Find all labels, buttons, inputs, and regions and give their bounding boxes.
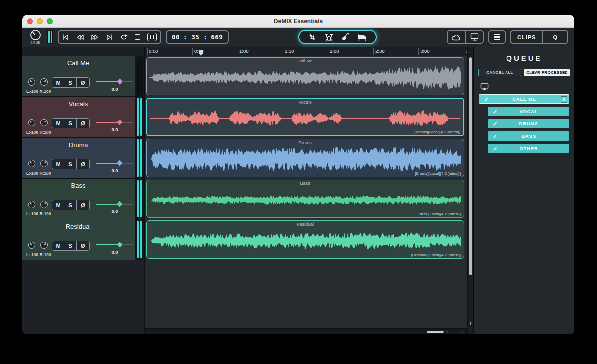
phase-button[interactable]: Ø [77, 241, 89, 250]
zoom-in-button[interactable]: + [445, 329, 448, 334]
queue-list: ✓CALL MEX✓VOCAL✓DRUMS✓BASS✓OTHER [474, 93, 574, 154]
track-header[interactable]: VocalsMSØ0.0L:-100 R:100 [22, 97, 144, 138]
track-name: Vocals [22, 100, 134, 108]
pan-right-knob[interactable] [40, 201, 48, 208]
track-header-panel: Call MeMSØ0.0L:-100 R:100VocalsMSØ0.0L:-… [22, 47, 145, 334]
pan-right-knob[interactable] [40, 242, 48, 249]
pan-left-knob[interactable] [28, 78, 35, 86]
minimize-button[interactable] [37, 18, 43, 24]
ruler-tick: 2:30 [373, 48, 385, 55]
clips-button[interactable]: CLIPS [511, 34, 542, 40]
fast-forward-button[interactable] [88, 31, 102, 43]
remove-button[interactable]: X [561, 96, 567, 102]
pan-range-label: L:-100 R:100 [26, 252, 51, 257]
volume-slider-thumb[interactable] [117, 78, 123, 85]
solo-button[interactable]: S [64, 241, 77, 250]
volume-slider[interactable] [96, 160, 133, 166]
volume-slider[interactable] [96, 242, 133, 247]
track-header[interactable]: ResidualMSØ0.0L:-100 R:100 [22, 219, 144, 260]
solo-button[interactable]: S [64, 119, 77, 128]
close-button[interactable] [27, 18, 33, 24]
mute-button[interactable]: M [52, 159, 64, 169]
piano-icon[interactable] [357, 32, 368, 42]
ruler-corner [22, 47, 144, 56]
timeline-ruler[interactable]: 0:000:301:001:302:002:303:003:30 [145, 47, 467, 56]
check-icon: ✓ [484, 96, 489, 102]
waveform [148, 184, 463, 215]
track-meter [135, 138, 144, 178]
local-device-button[interactable] [466, 31, 483, 43]
pause-button[interactable] [144, 31, 160, 43]
clip-region[interactable]: Residual[Residual][Local][4.2 (latest)] [146, 220, 464, 259]
pan-left-knob[interactable] [28, 160, 35, 167]
pan-right-knob[interactable] [40, 119, 48, 126]
volume-slider-thumb[interactable] [117, 119, 123, 125]
rewind-button[interactable] [73, 31, 88, 43]
volume-slider-thumb[interactable] [117, 160, 123, 166]
queue-item[interactable]: ✓VOCAL [488, 107, 569, 116]
playhead-marker[interactable] [199, 50, 203, 56]
skip-end-button[interactable] [102, 31, 117, 43]
track-header[interactable]: DrumsMSØ0.0L:-100 R:100 [22, 138, 144, 179]
track-header[interactable]: Call MeMSØ0.0L:-100 R:100 [22, 56, 144, 97]
queue-tab-button[interactable]: Q [543, 34, 567, 40]
drums-icon[interactable] [324, 32, 334, 42]
v-zoom-in-button[interactable]: + [468, 320, 473, 327]
phase-button[interactable]: Ø [77, 159, 89, 169]
master-gain-knob[interactable] [30, 30, 41, 40]
pan-range-label: L:-100 R:100 [26, 212, 51, 216]
clear-processed-button[interactable]: CLEAR PROCESSED [524, 69, 570, 76]
pan-right-knob[interactable] [40, 160, 48, 167]
pan-left-knob[interactable] [28, 119, 35, 126]
mute-button[interactable]: M [52, 119, 64, 128]
cloud-button[interactable] [448, 31, 465, 43]
solo-button[interactable]: S [64, 159, 77, 169]
queue-item[interactable]: ✓DRUMS [488, 119, 569, 128]
maximize-button[interactable] [47, 18, 53, 24]
skip-start-button[interactable] [59, 31, 73, 43]
volume-slider[interactable] [96, 79, 133, 84]
zoom-fit-button[interactable]: ↔ [459, 329, 465, 334]
mute-button[interactable]: M [52, 200, 64, 210]
volume-slider[interactable] [96, 201, 133, 207]
mute-button[interactable]: M [52, 78, 64, 87]
cancel-all-button[interactable]: CANCEL ALL [478, 69, 521, 76]
queue-item[interactable]: ✓BASS [488, 131, 569, 141]
solo-button[interactable]: S [64, 78, 77, 87]
phase-button[interactable]: Ø [77, 78, 89, 87]
queue-item[interactable]: ✓CALL MEX [479, 94, 569, 104]
volume-slider-thumb[interactable] [117, 242, 123, 248]
volume-slider[interactable] [96, 120, 133, 125]
phase-button[interactable]: Ø [77, 119, 89, 128]
playhead[interactable] [201, 56, 201, 328]
microphone-icon[interactable] [307, 32, 317, 42]
mute-button[interactable]: M [52, 241, 64, 250]
vertical-scrollbar[interactable]: + [467, 47, 473, 334]
arrangement-area: 0:000:301:001:302:002:303:003:30 Call Me… [145, 47, 467, 334]
check-icon: ✓ [493, 121, 498, 127]
pan-left-knob[interactable] [28, 201, 35, 208]
clip-title: Call Me [147, 59, 464, 63]
h-scrollbar-thumb[interactable] [427, 331, 444, 333]
v-scrollbar-thumb[interactable] [469, 57, 472, 275]
horizontal-scrollbar[interactable]: + − ↔ [145, 328, 467, 334]
lanes[interactable]: Call MeVocals[Vocals][Local][4.2 (latest… [145, 56, 467, 328]
stop-button[interactable] [131, 31, 144, 43]
pan-right-knob[interactable] [40, 78, 48, 86]
menu-button[interactable] [488, 30, 506, 44]
volume-slider-thumb[interactable] [117, 201, 123, 207]
queue-actions: CANCEL ALL CLEAR PROCESSED [474, 69, 574, 76]
solo-button[interactable]: S [64, 200, 77, 210]
clip-region[interactable]: Call Me [146, 57, 464, 95]
zoom-out-button[interactable]: − [452, 329, 455, 334]
queue-item[interactable]: ✓OTHER [488, 144, 569, 153]
clip-region[interactable]: Drums[Drums][Local][4.2 (latest)] [146, 139, 464, 177]
queue-item-label: OTHER [519, 146, 537, 151]
clip-region[interactable]: Vocals[Vocals][Local][4.2 (latest)] [146, 98, 464, 136]
pan-left-knob[interactable] [28, 242, 35, 249]
clip-region[interactable]: Bass[Bass][Local][4.2 (latest)] [146, 180, 464, 218]
guitar-icon[interactable] [341, 32, 351, 42]
phase-button[interactable]: Ø [77, 200, 89, 210]
loop-button[interactable] [117, 31, 131, 43]
track-header[interactable]: BassMSØ0.0L:-100 R:100 [22, 179, 144, 219]
